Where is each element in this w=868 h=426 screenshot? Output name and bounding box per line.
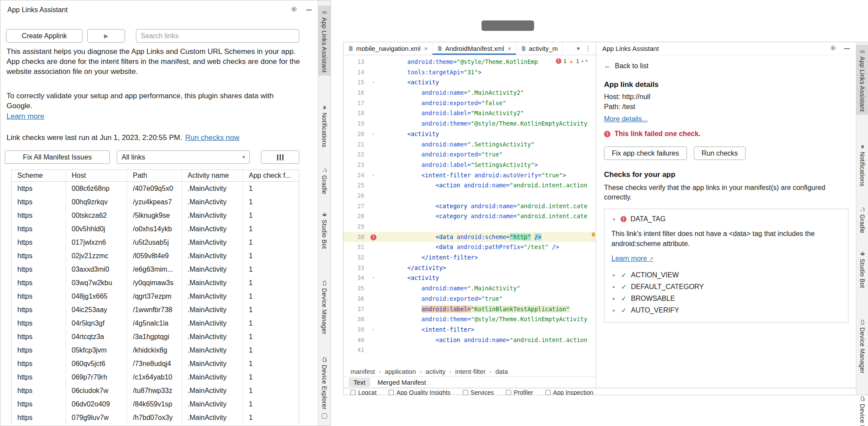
chevron-down-icon[interactable]: ▾ — [577, 45, 580, 52]
code-line-20[interactable]: 20▾ <activity — [343, 129, 596, 140]
tool-window-tab-device-explorer[interactable]: Device Explorer — [856, 393, 868, 426]
prev-issue-icon[interactable]: ▴ — [581, 59, 584, 63]
code-line-23[interactable]: 23 android:label="SettingsActivity"> — [343, 160, 596, 170]
gear-icon[interactable] — [830, 45, 836, 53]
table-row[interactable]: https03axxd3mi0/e6g63mim....MainActivity… — [12, 263, 299, 276]
table-row[interactable]: https06dv02o409/84k659v1sp.MainActivity1 — [12, 397, 299, 411]
code-line-29[interactable]: 29 — [343, 222, 596, 232]
run-checks-now-link[interactable]: Run checks now — [185, 133, 239, 142]
fix-all-manifest-issues-button[interactable]: Fix All Manifest Issues — [5, 150, 110, 164]
check-action-view[interactable]: ▸✓ACTION_VIEW — [611, 269, 841, 281]
tool-window-tab-app-links-assistant[interactable]: ∞App Links Assistant — [856, 45, 868, 115]
column-settings-button[interactable] — [261, 150, 299, 164]
check-auto-verify[interactable]: ▸✓AUTO_VERIFY — [611, 304, 841, 316]
next-issue-icon[interactable]: ▾ — [585, 59, 587, 63]
table-row[interactable]: https04rtcqtz3a/3a1hgptqgi.MainActivity1 — [12, 330, 299, 343]
code-line-37[interactable]: 37 android:label="KotlinBlankTestApplica… — [343, 304, 596, 315]
code-line-19[interactable]: 19 android:theme="@style/Theme.KotlinEmp… — [343, 119, 596, 129]
tool-window-tab-device-manager[interactable]: Device Manager — [318, 277, 330, 337]
learn-more-link[interactable]: Learn more — [7, 112, 44, 121]
editor-tab-androidmanifest-xml[interactable]: AndroidManifest.xml× — [432, 42, 516, 55]
table-row[interactable]: https017jwlxzn6/u5t2usab5j.MainActivity1 — [12, 236, 299, 249]
tool-window-tab-notifications[interactable]: Notifications — [856, 141, 868, 190]
code-line-31[interactable]: 31 <data android:pathPrefix="/test" /> — [343, 242, 596, 253]
code-editor[interactable]: 13 android:theme="@style/Theme.KotlinEmp… — [343, 55, 596, 366]
minimize-icon[interactable] — [306, 10, 312, 10]
bottom-tool-window-services[interactable]: Services — [463, 389, 494, 395]
column-header-app-check-failures[interactable]: App check f... — [243, 170, 298, 181]
tool-window-tab-device-manager[interactable]: Device Manager — [856, 316, 868, 376]
tool-window-tab-gradle[interactable]: Gradle — [318, 164, 330, 197]
fold-icon[interactable]: ▾ — [372, 170, 374, 181]
table-row[interactable]: https079g9luv7w/h7bd07ox3y.MainActivity1 — [12, 411, 299, 424]
editor-tab-activity-m[interactable]: activity_m — [516, 42, 563, 55]
tab-merged-manifest[interactable]: Merged Manifest — [373, 378, 431, 387]
more-options-icon[interactable]: ⋮ — [585, 45, 591, 53]
tool-icon[interactable] — [322, 413, 327, 419]
column-header-scheme[interactable]: Scheme — [12, 170, 66, 181]
table-row[interactable]: https069p7r79rh/c1x64yab10.MainActivity1 — [12, 370, 299, 384]
column-header-host[interactable]: Host — [66, 170, 127, 181]
code-line-26[interactable]: 26 — [343, 191, 596, 201]
table-row[interactable]: https008c6z68np/407e09q5x0.MainActivity1 — [12, 182, 299, 195]
table-row[interactable]: https06ciudok7w/tu87hwp33z.MainActivity1 — [12, 384, 299, 397]
table-row[interactable]: https04ic253aay/1wwnfbr738.MainActivity1 — [12, 303, 299, 316]
error-stripe[interactable] — [592, 55, 595, 366]
code-line-22[interactable]: 22 android:exported="true" — [343, 150, 596, 160]
fix-app-check-failures-button[interactable]: Fix app check failures — [604, 146, 687, 160]
table-row[interactable]: https00v5hhld0j/o0xhs14ykb.MainActivity1 — [12, 222, 299, 236]
gear-icon[interactable] — [290, 6, 297, 14]
breadcrumb-item-manifest[interactable]: manifest — [350, 368, 375, 375]
table-row[interactable]: https00hq9zrkqv/yzu4kpeas7.MainActivity1 — [12, 195, 299, 209]
code-line-21[interactable]: 21 android:name=".SettingsActivity" — [343, 140, 596, 150]
bottom-tool-window-profiler[interactable]: Profiler — [506, 389, 533, 395]
check-browsable[interactable]: ▸✓BROWSABLE — [611, 293, 841, 304]
code-line-40[interactable]: 40 <action android:name="android.intent.… — [343, 335, 596, 346]
bottom-tool-window-app-inspection[interactable]: App Inspection — [545, 389, 594, 395]
table-row[interactable]: https00tskcza62/5lknugk9se.MainActivity1 — [12, 209, 299, 222]
code-line-35[interactable]: 35 android:name=".MainActivity" — [343, 283, 596, 294]
code-line-41[interactable]: 41 — [343, 345, 596, 356]
code-line-32[interactable]: 32 </intent-filter> — [343, 253, 596, 263]
minimize-icon[interactable] — [844, 48, 850, 49]
run-checks-button[interactable]: Run checks — [694, 146, 746, 160]
breadcrumb-item-application[interactable]: application — [385, 368, 416, 375]
check-data-tag[interactable]: ▾ ! DATA_TAG — [611, 215, 841, 223]
warning-stripe-mark[interactable] — [592, 233, 595, 236]
tool-window-tab-notifications[interactable]: Notifications — [318, 102, 330, 150]
table-row[interactable]: https060qv5jct6/73ne8udqj4.MainActivity1 — [12, 357, 299, 370]
code-line-27[interactable]: 27 <category android:name="android.inten… — [343, 201, 596, 212]
fold-icon[interactable]: ▾ — [372, 273, 374, 283]
code-line-16[interactable]: 16 android:name=".MainActivity2" — [343, 88, 596, 98]
code-line-34[interactable]: 34▾ <activity — [343, 273, 596, 283]
close-icon[interactable]: × — [508, 45, 512, 52]
bottom-tool-window-logcat[interactable]: Logcat — [350, 389, 376, 395]
code-line-36[interactable]: 36 android:exported="true" — [343, 294, 596, 304]
check-default-category[interactable]: ▸✓DEFAULT_CATEGORY — [611, 281, 841, 293]
tab-text[interactable]: Text — [349, 378, 370, 387]
breadcrumb-item-intent-filter[interactable]: intent-filter — [455, 368, 485, 375]
search-links-input[interactable] — [136, 29, 299, 43]
bottom-tool-window-app-quality-insights[interactable]: App Quality Insights — [389, 389, 451, 395]
code-line-38[interactable]: 38 android:theme="@style/Theme.KotlinEmp… — [343, 314, 596, 325]
code-line-14[interactable]: 14 tools:targetApi="31"> — [343, 67, 596, 78]
editor-tab-mobile-navigation-xml[interactable]: mobile_navigation.xml× — [343, 42, 432, 55]
code-line-18[interactable]: 18 android:label="MainActivity2" — [343, 108, 596, 119]
code-line-39[interactable]: 39▾ <intent-filter> — [343, 325, 596, 335]
table-row[interactable]: https02jv21zzmc/l059v8t4e9.MainActivity1 — [12, 249, 299, 263]
fold-icon[interactable]: ▾ — [372, 77, 374, 88]
back-to-list-link[interactable]: ← Back to list — [604, 62, 848, 70]
links-filter-dropdown[interactable]: All links ▾ — [117, 150, 250, 164]
tool-window-tab-gradle[interactable]: Gradle — [856, 203, 868, 236]
code-line-15[interactable]: 15▾ <activity — [343, 77, 596, 88]
tool-window-tab-studio-bot[interactable]: Studio Bot — [856, 248, 868, 291]
table-row[interactable]: https05kfcp3jvm/khidckix8g.MainActivity1 — [12, 343, 299, 357]
code-line-30[interactable]: 30! <data android:scheme="http" /> — [343, 232, 596, 243]
fold-icon[interactable]: ▾ — [372, 129, 374, 140]
create-applink-button[interactable]: Create Applink — [6, 29, 83, 43]
code-line-17[interactable]: 17 android:exported="false" — [343, 98, 596, 109]
run-button[interactable]: ▶ — [87, 29, 125, 43]
more-details-link[interactable]: More details... — [604, 115, 647, 123]
code-line-28[interactable]: 28 <category android:name="android.inten… — [343, 211, 596, 222]
inspections-widget[interactable]: ! 1 ▲ 1 ▴ ▾ — [553, 57, 590, 65]
